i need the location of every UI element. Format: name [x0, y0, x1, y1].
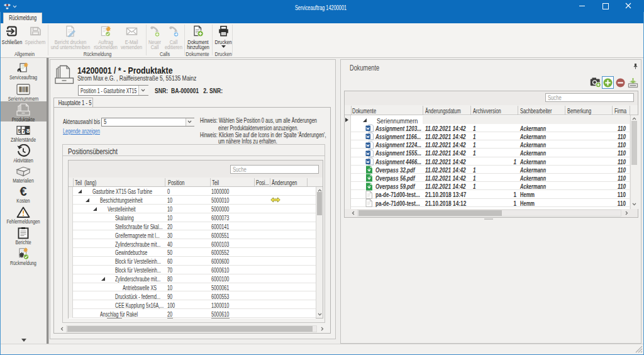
svg-text:8: 8: [26, 127, 30, 133]
svg-text:7: 7: [22, 127, 25, 133]
svg-text:5: 5: [18, 127, 21, 133]
